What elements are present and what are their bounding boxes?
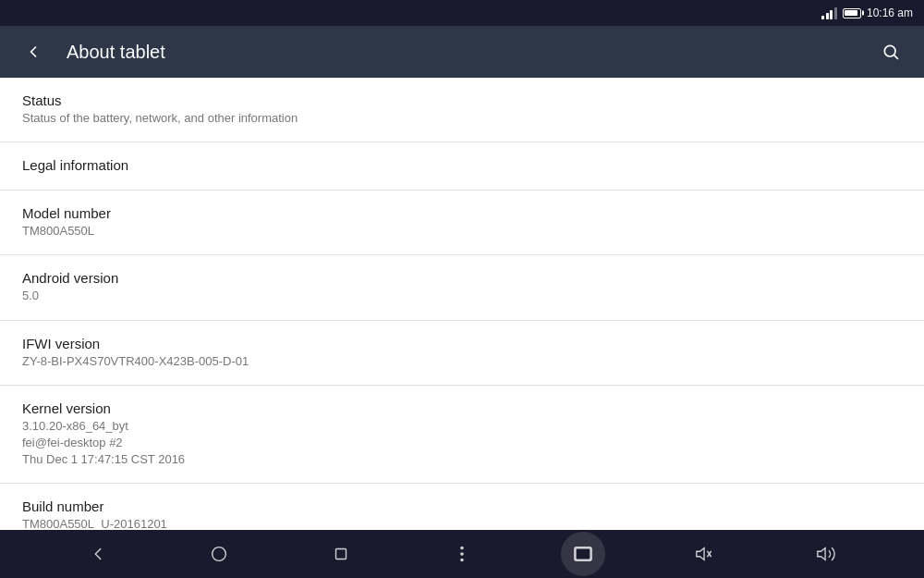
battery-icon [843, 8, 861, 18]
svg-point-4 [461, 547, 463, 548]
nav-menu-button[interactable] [440, 532, 484, 576]
svg-point-2 [213, 547, 226, 561]
nav-screenshot-button[interactable] [561, 532, 605, 576]
list-item-android-subtitle: 5.0 [22, 288, 902, 304]
svg-marker-10 [697, 548, 704, 560]
nav-back-button[interactable] [76, 532, 120, 576]
list-item-status-subtitle: Status of the battery, network, and othe… [22, 110, 902, 127]
svg-point-0 [884, 45, 895, 56]
list-item-android[interactable]: Android version5.0 [0, 255, 924, 320]
nav-volume-up-button[interactable] [804, 532, 848, 576]
list-item-model-title: Model number [22, 205, 902, 221]
svg-point-5 [461, 553, 463, 555]
list-item-build[interactable]: Build numberTM800A550L_U-20161201 [0, 484, 924, 530]
list-item-legal-title: Legal information [22, 157, 902, 173]
list-item-build-subtitle: TM800A550L_U-20161201 [22, 516, 902, 530]
nav-home-button[interactable] [197, 532, 241, 576]
list-item-legal[interactable]: Legal information [0, 142, 924, 191]
nav-volume-down-button[interactable] [683, 532, 727, 576]
list-item-build-title: Build number [22, 498, 902, 514]
svg-rect-8 [577, 549, 590, 560]
list-item-status-title: Status [22, 92, 902, 108]
svg-point-6 [461, 559, 463, 560]
list-item-kernel-subtitle: 3.10.20-x86_64_byt fei@fei-desktop #2 Th… [22, 418, 902, 469]
list-item-ifwi-subtitle: ZY-8-BI-PX4S70VTR400-X423B-005-D-01 [22, 353, 902, 370]
nav-bar [0, 530, 924, 578]
signal-icon [821, 6, 837, 19]
status-time: 10:16 am [867, 6, 913, 19]
list-item-android-title: Android version [22, 270, 902, 286]
content-area: StatusStatus of the battery, network, an… [0, 78, 924, 530]
status-icons: 10:16 am [821, 6, 913, 19]
app-bar: About tablet [0, 26, 924, 78]
svg-marker-13 [818, 548, 825, 560]
list-item-model[interactable]: Model numberTM800A550L [0, 191, 924, 255]
status-bar: 10:16 am [0, 0, 924, 26]
list-item-model-subtitle: TM800A550L [22, 223, 902, 240]
search-button[interactable] [872, 33, 909, 70]
svg-line-1 [894, 55, 898, 59]
list-item-kernel-title: Kernel version [22, 400, 902, 416]
back-button[interactable] [15, 33, 52, 70]
list-item-status[interactable]: StatusStatus of the battery, network, an… [0, 78, 924, 142]
svg-rect-3 [335, 549, 346, 560]
nav-recents-button[interactable] [319, 532, 363, 576]
list-item-ifwi[interactable]: IFWI versionZY-8-BI-PX4S70VTR400-X423B-0… [0, 321, 924, 386]
list-item-ifwi-title: IFWI version [22, 336, 902, 351]
list-item-kernel[interactable]: Kernel version3.10.20-x86_64_byt fei@fei… [0, 386, 924, 485]
page-title: About tablet [67, 42, 872, 63]
